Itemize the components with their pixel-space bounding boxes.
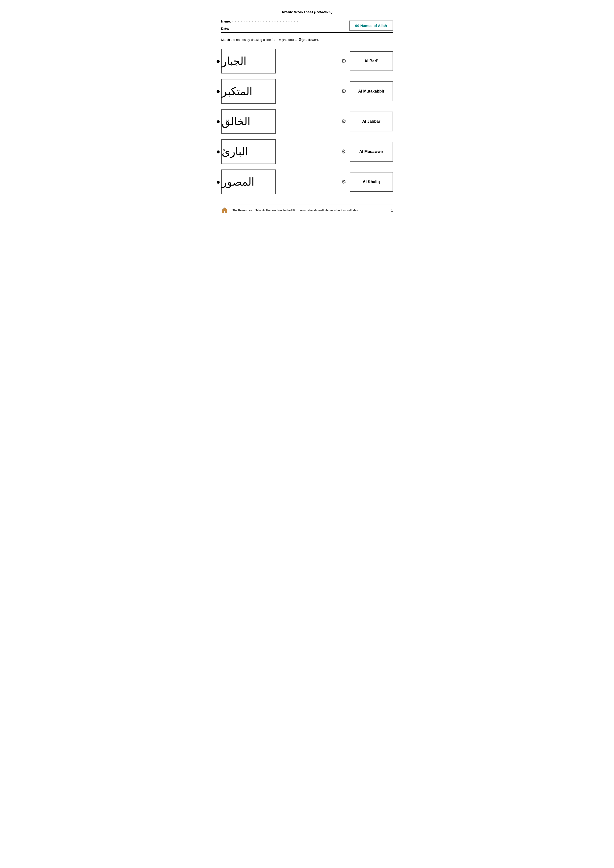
arabic-box: ● الخالق [221,109,276,134]
matching-area: ● الجبار ⚙ Al Bari' ● المتكبر ⚙ Al Mutak… [221,49,393,194]
match-row: ● المصور ⚙ Al Khaliq [221,169,393,194]
name-field: Name: - - - - - - - - - - - - - - - - - … [221,20,298,23]
flower-icon: ⚙ [341,149,346,155]
footer: :: The Resources of Islamic Homeschool i… [221,204,393,214]
match-row: ● الجبار ⚙ Al Bari' [221,49,393,73]
instruction-text: Match the names by drawing a line from ●… [221,37,393,42]
match-row: ● المتكبر ⚙ Al Mutakabbir [221,79,393,104]
english-box: Al Bari' [350,51,393,71]
page-title: Arabic Worksheet (Review 2) [221,10,393,14]
flower-icon: ⚙ [341,58,346,64]
arabic-box: ● البارئ [221,139,276,164]
arabic-box: ● المصور [221,169,276,194]
english-box: Al Khaliq [350,172,393,192]
svg-rect-1 [224,211,225,213]
arabic-box: ● المتكبر [221,79,276,104]
title-badge: 99 Names of Allah [349,20,393,31]
flower-icon: ⚙ [341,118,346,125]
header-divider [221,32,393,33]
arabic-box: ● الجبار [221,49,276,73]
flower-icon: ⚙ [341,179,346,185]
house-icon [221,207,228,214]
date-field: Date: - - - - - - - - - - - - - - - - - … [221,27,298,31]
english-box: Al Jabbar [350,112,393,132]
match-row: ● البارئ ⚙ Al Musawwir [221,139,393,164]
english-box: Al Musawwir [350,142,393,161]
english-box: Al Mutakabbir [350,81,393,101]
flower-icon: ⚙ [341,88,346,95]
match-row: ● الخالق ⚙ Al Jabbar [221,109,393,134]
